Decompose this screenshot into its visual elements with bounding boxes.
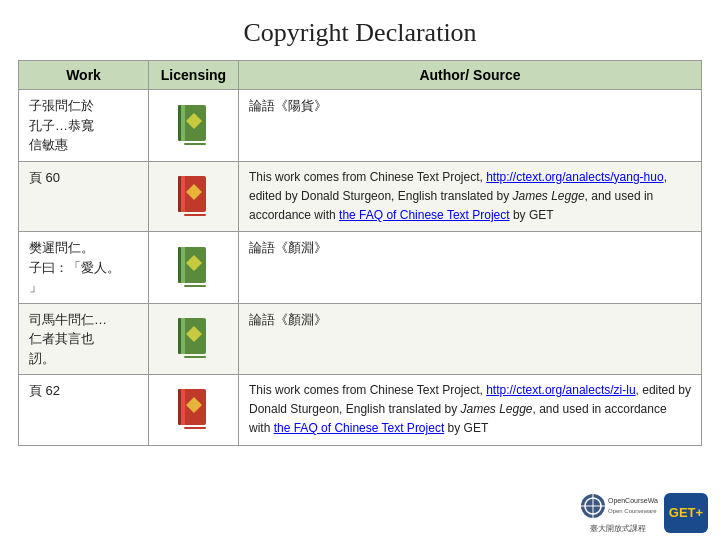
svg-text:OpenCourseWare: OpenCourseWare (608, 497, 658, 505)
work-cell: 樊遲問仁。子曰：「愛人。」 (19, 232, 149, 304)
table-row: 樊遲問仁。子曰：「愛人。」 論語《顏淵》 (19, 232, 702, 304)
source-cell: 論語《顏淵》 (239, 303, 702, 375)
svg-rect-19 (184, 356, 206, 358)
license-cell (149, 232, 239, 304)
svg-rect-17 (178, 318, 181, 354)
red-book-icon-2 (176, 387, 212, 429)
bottom-logos: OpenCourseWare Open Courseware 臺大開放式課程 G… (578, 491, 708, 534)
table-row: 子張問仁於孔子…恭寬信敏惠 論語《陽貨》 (19, 90, 702, 162)
faq-link-2[interactable]: the FAQ of Chinese Text Project (274, 421, 445, 435)
table-row: 頁 60 This work comes from Chinese Text P… (19, 161, 702, 232)
copyright-table: Work Licensing Author/ Source 子張問仁於孔子…恭寬… (18, 60, 702, 446)
work-cell: 司馬牛問仁…仁者其言也訒。 (19, 303, 149, 375)
svg-rect-9 (184, 214, 206, 216)
svg-rect-4 (184, 143, 206, 145)
green-book-icon (176, 103, 212, 145)
nthu-label: 臺大開放式課程 (590, 523, 646, 534)
page-title: Copyright Declaration (0, 0, 720, 60)
license-cell (149, 303, 239, 375)
ctext-link-yang[interactable]: http://ctext.org/analects/yang-huo (486, 170, 663, 184)
table-row: 頁 62 This work comes from Chinese Text P… (19, 375, 702, 446)
source-cell: 論語《顏淵》 (239, 232, 702, 304)
source-cell: This work comes from Chinese Text Projec… (239, 161, 702, 232)
license-cell (149, 90, 239, 162)
table-row: 司馬牛問仁…仁者其言也訒。 論語《顏淵》 (19, 303, 702, 375)
get-logo: GET+ (664, 493, 708, 533)
green-book-icon-3 (176, 316, 212, 358)
svg-rect-24 (184, 427, 206, 429)
license-cell (149, 375, 239, 446)
svg-rect-14 (184, 285, 206, 287)
svg-text:Open Courseware: Open Courseware (608, 508, 657, 514)
source-cell: This work comes from Chinese Text Projec… (239, 375, 702, 446)
svg-rect-7 (178, 176, 181, 212)
faq-link-1[interactable]: the FAQ of Chinese Text Project (339, 208, 510, 222)
red-book-icon (176, 174, 212, 216)
work-cell: 子張問仁於孔子…恭寬信敏惠 (19, 90, 149, 162)
svg-rect-2 (178, 105, 181, 141)
header-licensing: Licensing (149, 61, 239, 90)
ctext-link-zilu[interactable]: http://ctext.org/analects/zi-lu (486, 383, 635, 397)
header-work: Work (19, 61, 149, 90)
source-cell: 論語《陽貨》 (239, 90, 702, 162)
ocw-logo: OpenCourseWare Open Courseware (578, 491, 658, 521)
work-cell: 頁 60 (19, 161, 149, 232)
green-book-icon-2 (176, 245, 212, 287)
header-author-source: Author/ Source (239, 61, 702, 90)
svg-rect-22 (178, 389, 181, 425)
svg-rect-12 (178, 247, 181, 283)
license-cell (149, 161, 239, 232)
work-cell: 頁 62 (19, 375, 149, 446)
